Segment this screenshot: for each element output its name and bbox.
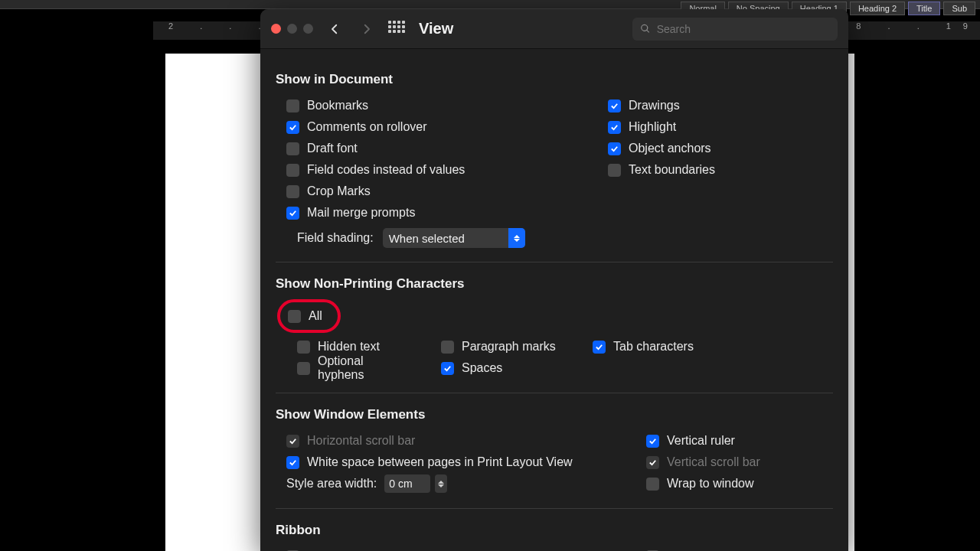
- maximize-button: [303, 24, 313, 34]
- search-icon: [640, 23, 651, 34]
- checkbox-bookmarks[interactable]: [286, 99, 299, 112]
- checkbox-h-scrollbar: [286, 435, 299, 448]
- checkbox-tab-characters[interactable]: [593, 341, 606, 354]
- label-crop-marks: Crop Marks: [307, 184, 371, 198]
- label-optional-hyphens: Optional hyphens: [318, 354, 409, 382]
- style-h2[interactable]: Heading 2: [850, 2, 905, 15]
- section-window-elements: Show Window Elements: [276, 407, 833, 422]
- view-preferences-sheet: View Show in Document Bookmarks Comments…: [260, 9, 848, 551]
- close-button[interactable]: [271, 24, 281, 34]
- label-highlight: Highlight: [629, 120, 676, 134]
- checkbox-wrap-to-window[interactable]: [646, 478, 659, 491]
- label-text-boundaries: Text boundaries: [629, 163, 715, 177]
- label-comments-rollover: Comments on rollover: [307, 120, 427, 134]
- checkbox-draft-font[interactable]: [286, 142, 299, 155]
- label-wrap-to-window: Wrap to window: [667, 477, 754, 491]
- checkbox-crop-marks[interactable]: [286, 185, 299, 198]
- checkbox-hidden-text[interactable]: [297, 341, 310, 354]
- checkbox-optional-hyphens[interactable]: [297, 362, 310, 375]
- label-drawings: Drawings: [629, 99, 680, 112]
- show-all-prefs-icon[interactable]: [388, 21, 405, 37]
- checkbox-v-scrollbar: [646, 456, 659, 469]
- label-field-codes: Field codes instead of values: [307, 163, 465, 177]
- search-input[interactable]: [657, 23, 830, 35]
- style-title[interactable]: Title: [908, 2, 940, 15]
- sheet-title: View: [419, 20, 453, 37]
- label-hidden-text: Hidden text: [318, 340, 380, 354]
- checkbox-whitespace-pages[interactable]: [286, 456, 299, 469]
- section-show-in-document: Show in Document: [276, 72, 833, 87]
- checkbox-object-anchors[interactable]: [608, 142, 621, 155]
- label-tab-characters: Tab characters: [613, 340, 694, 354]
- checkbox-highlight[interactable]: [608, 121, 621, 134]
- checkbox-vertical-ruler[interactable]: [646, 435, 659, 448]
- checkbox-mail-merge[interactable]: [286, 207, 299, 220]
- select-field-shading-value: When selected: [389, 232, 465, 245]
- label-bookmarks: Bookmarks: [307, 99, 368, 112]
- checkbox-field-codes[interactable]: [286, 164, 299, 177]
- search-field[interactable]: [632, 18, 838, 41]
- label-mail-merge: Mail merge prompts: [307, 206, 415, 220]
- section-nonprinting: Show Non-Printing Characters: [276, 276, 833, 292]
- label-spaces: Spaces: [462, 361, 502, 375]
- label-style-area-width: Style area width:: [286, 477, 377, 491]
- window-controls: [271, 24, 313, 34]
- label-paragraph-marks: Paragraph marks: [462, 340, 556, 354]
- chevrons-icon: [508, 228, 525, 248]
- label-vertical-ruler: Vertical ruler: [667, 434, 735, 448]
- style-sub[interactable]: Sub: [943, 2, 975, 15]
- highlight-annotation: All: [277, 299, 341, 333]
- input-style-area-width[interactable]: [384, 474, 430, 493]
- label-whitespace-pages: White space between pages in Print Layou…: [307, 455, 573, 469]
- label-all: All: [309, 309, 322, 323]
- checkbox-comments-rollover[interactable]: [286, 121, 299, 134]
- checkbox-drawings[interactable]: [608, 99, 621, 112]
- forward-button: [356, 18, 377, 40]
- checkbox-text-boundaries[interactable]: [608, 164, 621, 177]
- select-field-shading[interactable]: When selected: [383, 228, 525, 248]
- checkbox-paragraph-marks[interactable]: [441, 341, 454, 354]
- back-button[interactable]: [324, 18, 345, 40]
- label-h-scrollbar: Horizontal scroll bar: [307, 434, 415, 448]
- label-v-scrollbar: Vertical scroll bar: [667, 455, 760, 469]
- minimize-button: [287, 24, 297, 34]
- checkbox-all[interactable]: [288, 310, 301, 323]
- label-object-anchors: Object anchors: [629, 142, 711, 155]
- stepper-style-area-width[interactable]: [435, 474, 447, 493]
- sheet-titlebar: View: [260, 9, 848, 49]
- label-draft-font: Draft font: [307, 142, 358, 155]
- section-ribbon: Ribbon: [276, 523, 833, 538]
- checkbox-spaces[interactable]: [441, 362, 454, 375]
- label-field-shading: Field shading:: [297, 231, 374, 245]
